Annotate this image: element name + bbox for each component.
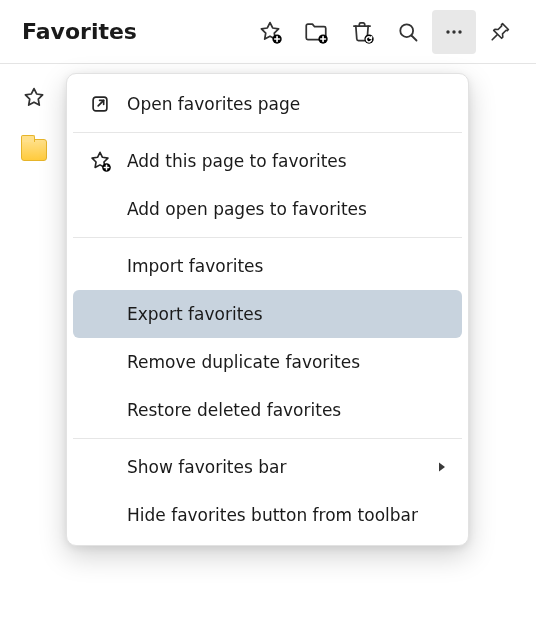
open-external-icon xyxy=(73,93,127,115)
pin-panel-button[interactable] xyxy=(478,10,522,54)
restore-favorites-button[interactable] xyxy=(340,10,384,54)
star-plus-icon xyxy=(73,149,127,173)
menu-item-export-favorites[interactable]: Export favorites xyxy=(73,290,462,338)
menu-item-label: Remove duplicate favorites xyxy=(127,352,448,372)
menu-item-label: Import favorites xyxy=(127,256,448,276)
pin-icon xyxy=(488,20,512,44)
menu-item-label: Add this page to favorites xyxy=(127,151,448,171)
search-icon xyxy=(396,20,420,44)
star-outline-icon xyxy=(21,85,47,111)
svg-point-9 xyxy=(446,30,449,33)
chevron-right-icon xyxy=(436,457,448,477)
svg-line-12 xyxy=(492,34,497,39)
add-folder-button[interactable] xyxy=(294,10,338,54)
menu-section: Add this page to favorites Add open page… xyxy=(73,132,462,233)
menu-section: Import favorites Export favorites Remove… xyxy=(73,237,462,434)
search-favorites-button[interactable] xyxy=(386,10,430,54)
star-plus-icon xyxy=(257,19,283,45)
menu-item-show-favorites-bar[interactable]: Show favorites bar xyxy=(73,443,462,491)
list-item[interactable] xyxy=(20,84,48,112)
menu-item-label: Add open pages to favorites xyxy=(127,199,448,219)
menu-item-import-favorites[interactable]: Import favorites xyxy=(73,242,462,290)
header-actions xyxy=(248,10,522,54)
menu-item-label: Open favorites page xyxy=(127,94,448,114)
favorites-header: Favorites xyxy=(0,0,536,64)
add-favorite-button[interactable] xyxy=(248,10,292,54)
menu-item-label: Restore deleted favorites xyxy=(127,400,448,420)
menu-item-restore-deleted[interactable]: Restore deleted favorites xyxy=(73,386,462,434)
svg-point-11 xyxy=(458,30,461,33)
menu-item-label: Hide favorites button from toolbar xyxy=(127,505,448,525)
menu-item-open-favorites-page[interactable]: Open favorites page xyxy=(73,80,462,128)
menu-item-label: Export favorites xyxy=(127,304,448,324)
list-item[interactable] xyxy=(20,136,48,164)
svg-line-8 xyxy=(412,35,417,40)
menu-item-add-open-pages[interactable]: Add open pages to favorites xyxy=(73,185,462,233)
menu-item-label: Show favorites bar xyxy=(127,457,436,477)
favorites-list-peek xyxy=(20,84,48,164)
more-options-button[interactable] xyxy=(432,10,476,54)
folder-plus-icon xyxy=(303,19,329,45)
trash-restore-icon xyxy=(349,19,375,45)
menu-item-remove-duplicates[interactable]: Remove duplicate favorites xyxy=(73,338,462,386)
more-options-menu: Open favorites page Add this page to fav… xyxy=(66,73,469,546)
menu-item-hide-favorites-button[interactable]: Hide favorites button from toolbar xyxy=(73,491,462,539)
page-title: Favorites xyxy=(22,19,248,44)
menu-section: Show favorites bar Hide favorites button… xyxy=(73,438,462,539)
menu-section: Open favorites page xyxy=(73,80,462,128)
more-horizontal-icon xyxy=(442,20,466,44)
menu-item-add-this-page[interactable]: Add this page to favorites xyxy=(73,137,462,185)
svg-point-10 xyxy=(452,30,455,33)
folder-icon xyxy=(21,139,47,161)
